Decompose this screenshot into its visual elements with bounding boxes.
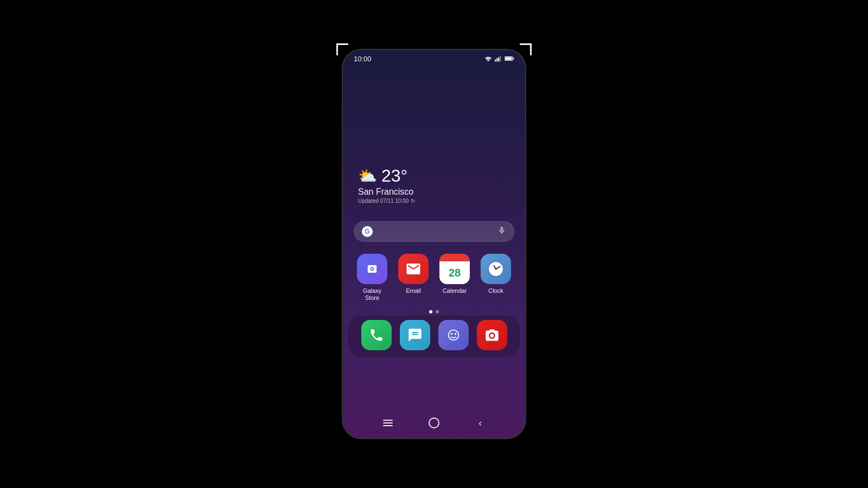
phone-wrapper: 10:00 [342,49,526,439]
app-item-email[interactable]: Email [395,254,432,301]
signal-icon [495,55,502,62]
page-dot-2 [436,310,439,313]
nav-recents-button[interactable] [379,415,397,431]
nav-bar: ‹ [343,412,525,438]
svg-point-7 [411,335,413,337]
battery-icon [505,55,514,62]
svg-rect-6 [505,57,512,60]
paint-icon [438,320,469,350]
nav-home-icon [429,418,439,428]
dock-item-paint[interactable] [436,320,470,350]
mic-icon[interactable] [497,226,506,237]
app-item-calendar[interactable]: 28 Calendar [436,254,473,301]
dock-item-phone[interactable] [359,320,393,350]
svg-point-12 [454,333,456,335]
clock-icon [481,254,511,284]
svg-point-11 [450,333,452,335]
svg-rect-3 [500,56,501,62]
nav-home-button[interactable] [425,415,443,431]
email-label: Email [406,287,421,294]
cal-header [439,254,470,261]
phone-screen: 10:00 [343,50,525,438]
search-input[interactable] [377,226,493,237]
dock [348,316,520,357]
svg-rect-1 [496,58,497,61]
page-dot-1 [429,310,432,313]
calendar-icon: 28 [439,254,470,284]
weather-city: San Francisco [358,187,510,197]
app-grid: GalaxyStore Email [343,247,525,308]
status-time: 10:00 [354,55,372,63]
calendar-inner: 28 [439,254,470,284]
wifi-icon [484,55,493,62]
galaxy-store-label: GalaxyStore [363,287,381,301]
status-icons [484,55,514,62]
search-bar[interactable]: G [354,221,514,242]
cal-body: 28 [439,261,470,284]
phone-frame: 10:00 [342,49,526,439]
dock-item-camera[interactable] [475,320,509,350]
svg-point-8 [414,335,416,337]
clock-center-dot [495,268,497,270]
nav-back-icon: ‹ [478,418,482,429]
camera-icon [477,320,507,350]
svg-rect-2 [498,57,499,61]
weather-temperature: 23° [381,166,407,186]
clock-label: Clock [488,287,503,294]
messages-icon [400,320,430,350]
svg-point-10 [448,330,458,341]
clock-face [488,261,504,277]
calendar-label: Calendar [443,287,467,294]
main-content: ⛅ 23° San Francisco Updated 07/11 10:00 … [343,65,525,412]
page-indicators [343,308,525,316]
nav-back-button[interactable]: ‹ [471,415,489,431]
status-bar: 10:00 [343,50,525,65]
refresh-icon: ↻ [411,198,415,204]
svg-point-9 [416,335,418,337]
dock-item-messages[interactable] [398,320,432,350]
galaxy-store-icon [357,254,387,284]
app-item-galaxy-store[interactable]: GalaxyStore [354,254,391,301]
google-g-logo: G [362,226,373,237]
app-item-clock[interactable]: Clock [477,254,514,301]
weather-widget[interactable]: ⛅ 23° San Francisco Updated 07/11 10:00 … [343,157,525,213]
svg-rect-5 [513,58,514,60]
weather-updated: Updated 07/11 10:00 ↻ [358,198,510,204]
svg-rect-0 [495,59,496,61]
weather-temp-row: ⛅ 23° [358,166,510,186]
phone-icon [361,320,392,350]
email-icon [398,254,429,284]
nav-recents-icon [383,420,393,426]
weather-icon: ⛅ [358,167,377,185]
